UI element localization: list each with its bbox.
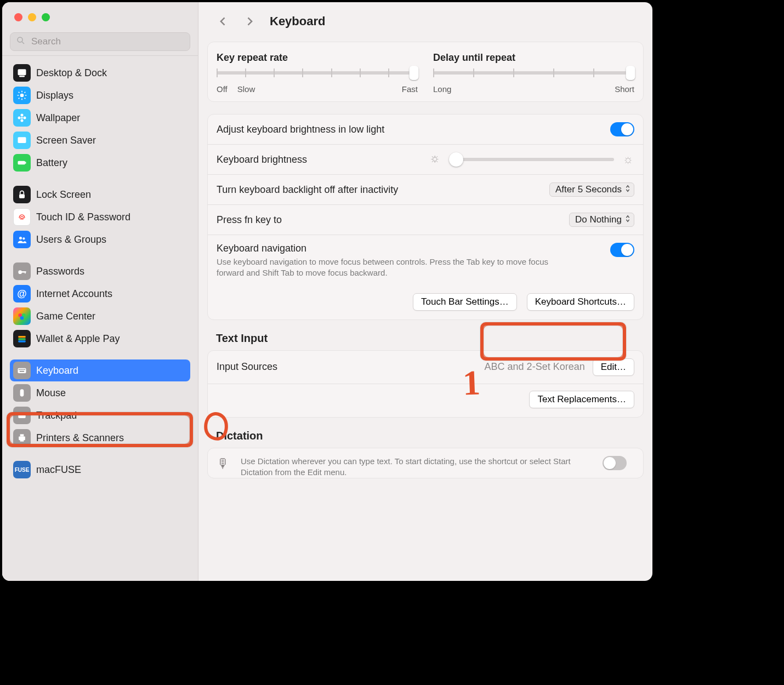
search-field[interactable]: [10, 32, 190, 51]
svg-rect-20: [25, 162, 26, 163]
fn-select[interactable]: Do Nothing: [569, 213, 634, 227]
sidebar-item-label: Mouse: [36, 387, 66, 399]
sidebar-item-keyboard[interactable]: Keyboard: [10, 359, 190, 381]
sidebar-item-printers-scanners[interactable]: Printers & Scanners: [10, 427, 190, 449]
sidebar-item-game-center[interactable]: Game Center: [10, 305, 190, 327]
text-input-card: Input Sources ABC and 2-Set Korean Edit……: [207, 350, 644, 418]
close-window-button[interactable]: [14, 13, 22, 21]
touch-bar-settings-button[interactable]: Touch Bar Settings…: [413, 293, 517, 311]
dictation-description: Use Dictation wherever you can type text…: [241, 456, 592, 478]
svg-point-16: [24, 117, 26, 119]
title-bar: Keyboard: [198, 2, 652, 42]
text-replacements-button[interactable]: Text Replacements…: [529, 391, 634, 408]
dictation-toggle[interactable]: [603, 456, 627, 470]
sidebar-item-users-groups[interactable]: Users & Groups: [10, 229, 190, 250]
sidebar-item-wallet-apple-pay[interactable]: Wallet & Apple Pay: [10, 328, 190, 350]
svg-rect-44: [20, 439, 24, 442]
svg-line-12: [25, 92, 26, 93]
input-sources-edit-button[interactable]: Edit…: [593, 358, 634, 376]
sidebar-item-label: Touch ID & Password: [36, 212, 130, 223]
key-repeat-label: Key repeat rate: [217, 52, 418, 64]
zoom-window-button[interactable]: [42, 13, 50, 21]
sidebar-item-internet-accounts[interactable]: @Internet Accounts: [10, 283, 190, 305]
fn-label: Press fn key to: [217, 214, 282, 226]
delay-repeat-label: Delay until repeat: [433, 52, 634, 64]
svg-rect-19: [18, 161, 25, 165]
screensaver-icon: [13, 132, 31, 149]
sidebar-item-label: Internet Accounts: [36, 288, 112, 300]
sidebar-item-label: Users & Groups: [36, 234, 106, 246]
nav-description: Use keyboard navigation to move focus be…: [217, 256, 567, 279]
sidebar-item-desktop-dock[interactable]: Desktop & Dock: [10, 62, 190, 84]
sidebar-item-mouse[interactable]: Mouse: [10, 382, 190, 404]
svg-point-17: [21, 117, 23, 119]
sidebar-item-wallpaper[interactable]: Wallpaper: [10, 107, 190, 129]
sidebar-item-label: Keyboard: [36, 365, 78, 376]
printer-icon: [13, 429, 31, 447]
svg-point-23: [22, 237, 25, 239]
svg-rect-2: [18, 69, 26, 75]
svg-rect-43: [20, 434, 24, 436]
chevron-updown-icon: [625, 184, 630, 195]
svg-rect-37: [23, 369, 24, 370]
sidebar-item-label: Game Center: [36, 311, 95, 322]
svg-line-11: [19, 98, 20, 99]
svg-point-4: [20, 94, 24, 98]
keyboard-shortcuts-button[interactable]: Keyboard Shortcuts…: [527, 293, 634, 311]
fn-value: Do Nothing: [575, 214, 622, 225]
svg-point-24: [18, 270, 22, 274]
delay-repeat-slider[interactable]: [433, 71, 634, 75]
sidebar-item-battery[interactable]: Battery: [10, 152, 190, 174]
svg-line-1: [22, 42, 24, 44]
sidebar-item-label: Battery: [36, 157, 67, 169]
sidebar-item-label: Printers & Scanners: [36, 432, 124, 444]
minimize-window-button[interactable]: [28, 13, 36, 21]
dictation-heading: Dictation: [207, 430, 644, 448]
sidebar-item-label: Screen Saver: [36, 135, 96, 146]
dictation-card: 🎙︎ Use Dictation wherever you can type t…: [207, 448, 644, 479]
battery-icon: [13, 154, 31, 172]
brightness-slider[interactable]: [450, 158, 614, 161]
forward-button[interactable]: [241, 13, 258, 30]
svg-point-22: [19, 237, 22, 239]
sidebar-item-trackpad[interactable]: Trackpad: [10, 404, 190, 426]
svg-rect-40: [20, 389, 24, 396]
sidebar-item-label: Passwords: [36, 266, 84, 277]
delay-long-label: Long: [433, 84, 451, 94]
lowlight-label: Adjust keyboard brightness in low light: [217, 124, 384, 135]
search-input[interactable]: [30, 36, 184, 48]
backlight-label: Turn keyboard backlight off after inacti…: [217, 184, 398, 196]
svg-point-14: [21, 119, 24, 122]
svg-rect-18: [18, 137, 26, 143]
key-repeat-slider[interactable]: [217, 71, 418, 75]
input-sources-value: ABC and 2-Set Korean: [485, 361, 585, 373]
nav-toggle[interactable]: [610, 243, 634, 257]
microphone-icon: 🎙︎: [217, 456, 230, 471]
svg-rect-32: [18, 340, 25, 342]
svg-point-29: [20, 316, 24, 320]
backlight-select[interactable]: After 5 Seconds: [549, 182, 634, 197]
search-icon: [16, 36, 26, 48]
content-pane: Keyboard Key repeat rate Off: [198, 2, 652, 581]
sidebar-item-displays[interactable]: Displays: [10, 84, 190, 106]
at-icon: @: [13, 285, 31, 302]
sidebar-item-passwords[interactable]: Passwords: [10, 260, 190, 282]
svg-rect-36: [21, 369, 22, 370]
sidebar-item-touch-id-password[interactable]: Touch ID & Password: [10, 206, 190, 228]
sidebar-item-label: Wallpaper: [36, 112, 80, 124]
svg-rect-39: [20, 371, 24, 372]
back-button[interactable]: [215, 13, 231, 30]
users-icon: [13, 231, 31, 248]
flower-icon: [13, 109, 31, 127]
svg-rect-26: [25, 271, 26, 273]
sun-icon: [13, 87, 31, 104]
sidebar-item-macfuse[interactable]: FUSEmacFUSE: [10, 459, 190, 481]
fingerprint-icon: [13, 208, 31, 226]
window-controls: [2, 2, 198, 21]
mouse-icon: [13, 384, 31, 402]
lowlight-toggle[interactable]: [610, 122, 634, 136]
settings-window: Desktop & DockDisplaysWallpaperScreen Sa…: [2, 2, 652, 581]
sidebar-item-screen-saver[interactable]: Screen Saver: [10, 129, 190, 151]
svg-rect-31: [18, 338, 25, 340]
sidebar-item-lock-screen[interactable]: Lock Screen: [10, 184, 190, 206]
